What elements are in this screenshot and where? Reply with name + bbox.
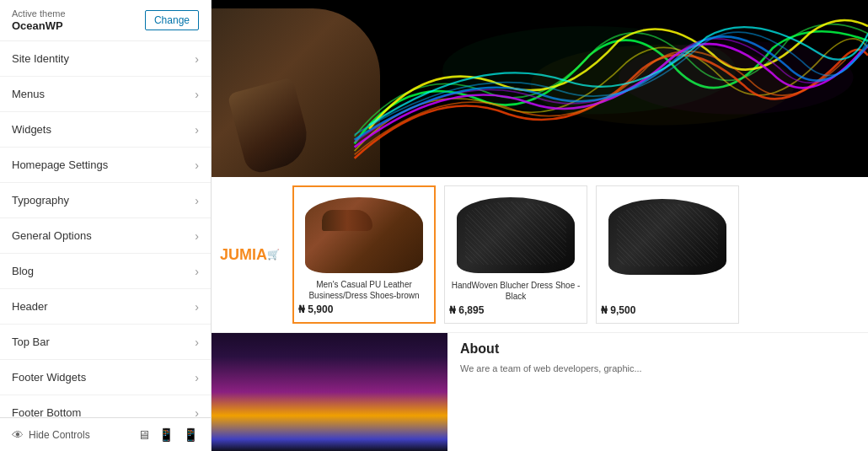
nav-list: Site Identity›Menus›Widgets›Homepage Set… (0, 41, 211, 417)
theme-name: OceanWP (12, 19, 66, 32)
chevron-icon-menus: › (195, 88, 199, 101)
about-desc: We are a team of web developers, graphic… (460, 362, 855, 376)
chevron-icon-footer-widgets: › (195, 371, 199, 384)
product-name-2: HandWoven Blucher Dress Shoe - Black (449, 280, 582, 302)
change-theme-button[interactable]: Change (145, 10, 199, 30)
chevron-icon-general-options: › (195, 229, 199, 243)
nav-item-label-menus: Menus (12, 88, 45, 100)
chevron-icon-site-identity: › (195, 52, 199, 66)
nav-item-label-widgets: Widgets (12, 123, 51, 136)
hide-controls-label: Hide Controls (29, 429, 90, 441)
nav-item-header[interactable]: Header› (0, 289, 211, 325)
product-card-2[interactable]: HandWoven Blucher Dress Shoe - Black ₦ 6… (444, 185, 587, 324)
chevron-icon-blog: › (195, 265, 199, 278)
cart-icon: 🛒 (267, 249, 280, 260)
nav-item-label-general-options: General Options (12, 229, 92, 242)
product-price-2: ₦ 6,895 (449, 302, 582, 319)
shoe-black-image (457, 197, 575, 273)
jumia-logo: JUMIA 🛒 (212, 185, 288, 324)
tablet-icon[interactable]: 📱 (158, 427, 174, 443)
bottom-bar: 👁 Hide Controls 🖥 📱 📱 (0, 417, 211, 451)
nav-item-top-bar[interactable]: Top Bar› (0, 325, 211, 360)
chevron-icon-top-bar: › (195, 336, 199, 349)
active-theme-label: Active theme (12, 8, 66, 19)
nav-item-label-footer-widgets: Footer Widgets (12, 371, 86, 384)
mobile-icon[interactable]: 📱 (183, 427, 199, 443)
nav-item-label-homepage-settings: Homepage Settings (12, 158, 108, 171)
product-image-3 (601, 191, 734, 283)
nav-item-label-site-identity: Site Identity (12, 52, 69, 65)
shoe-black-image-2 (608, 199, 726, 275)
theme-header: Active theme OceanWP Change (0, 0, 211, 41)
products-row: JUMIA 🛒 Men's Casual PU Leather Business… (212, 177, 868, 333)
device-icons: 🖥 📱 📱 (137, 427, 199, 443)
nav-item-typography[interactable]: Typography› (0, 183, 211, 218)
nav-item-label-footer-bottom: Footer Bottom (12, 406, 81, 417)
product-price-3: ₦ 9,500 (601, 302, 734, 319)
product-price-1: ₦ 5,900 (298, 301, 430, 318)
shoe-brown-image (305, 197, 423, 273)
nav-item-homepage-settings[interactable]: Homepage Settings› (0, 148, 211, 183)
hide-controls-button[interactable]: 👁 Hide Controls (12, 428, 90, 442)
product-card-3[interactable]: ₦ 9,500 (596, 185, 739, 324)
desktop-icon[interactable]: 🖥 (137, 427, 150, 443)
product-image-2 (449, 191, 582, 280)
about-title: About (460, 341, 855, 357)
about-image (212, 333, 447, 451)
nav-item-footer-bottom[interactable]: Footer Bottom› (0, 395, 211, 417)
preview-panel: JUMIA 🛒 Men's Casual PU Leather Business… (212, 0, 868, 451)
hero-banner (212, 0, 868, 177)
nav-item-blog[interactable]: Blog› (0, 254, 211, 289)
nav-item-label-header: Header (12, 300, 48, 313)
nav-item-footer-widgets[interactable]: Footer Widgets› (0, 360, 211, 395)
nav-item-menus[interactable]: Menus› (0, 77, 211, 112)
chevron-icon-header: › (195, 300, 199, 314)
nav-item-widgets[interactable]: Widgets› (0, 112, 211, 148)
product-name-1: Men's Casual PU Leather Business/Dress S… (298, 279, 430, 301)
customizer-panel: Active theme OceanWP Change Site Identit… (0, 0, 212, 451)
jumia-logo-text: JUMIA (220, 246, 267, 264)
about-text: About We are a team of web developers, g… (447, 333, 868, 451)
nav-item-site-identity[interactable]: Site Identity› (0, 41, 211, 77)
nav-item-label-blog: Blog (12, 265, 34, 277)
chevron-icon-footer-bottom: › (195, 406, 199, 418)
about-row: About We are a team of web developers, g… (212, 333, 868, 451)
nav-item-general-options[interactable]: General Options› (0, 218, 211, 254)
nav-item-label-typography: Typography (12, 194, 69, 207)
chevron-icon-typography: › (195, 194, 199, 207)
color-waves (296, 0, 868, 177)
eye-icon: 👁 (12, 428, 24, 442)
chevron-icon-homepage-settings: › (195, 158, 199, 172)
chevron-icon-widgets: › (195, 123, 199, 137)
product-image-1 (298, 191, 430, 279)
nav-item-label-top-bar: Top Bar (12, 336, 50, 348)
product-card-1[interactable]: Men's Casual PU Leather Business/Dress S… (292, 185, 436, 324)
svg-point-2 (619, 40, 854, 114)
